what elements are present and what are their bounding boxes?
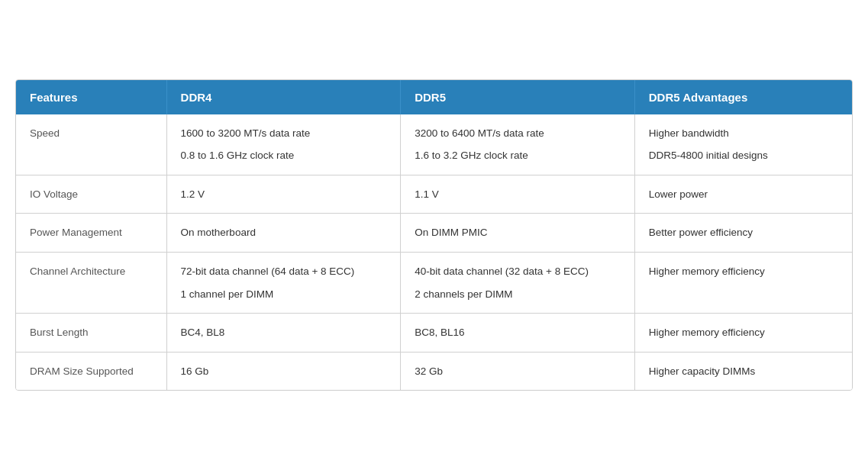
table-row: DRAM Size Supported16 Gb32 GbHigher capa… [16,352,852,390]
comparison-table: Features DDR4 DDR5 DDR5 Advantages Speed… [15,79,853,391]
cell-line: DDR5-4800 initial designs [649,147,838,164]
cell-feature: Power Management [16,214,166,253]
cell-line: 0.8 to 1.6 GHz clock rate [181,147,387,164]
table-row: Burst LengthBC4, BL8BC8, BL16Higher memo… [16,314,852,352]
cell-ddr5: 1.1 V [401,175,635,214]
cell-ddr5: BC8, BL16 [401,314,635,352]
cell-ddr4: On motherboard [166,214,401,253]
cell-line: 1.6 to 3.2 GHz clock rate [415,147,621,164]
cell-line: 72-bit data channel (64 data + 8 ECC) [181,263,387,280]
cell-ddr5: On DIMM PMIC [401,214,635,253]
cell-ddr4: 1.2 V [166,175,401,214]
cell-line: BC8, BL16 [415,324,621,341]
cell-line: 3200 to 6400 MT/s data rate [415,125,621,142]
cell-line: 16 Gb [181,363,387,380]
header-advantages: DDR5 Advantages [634,80,852,114]
cell-feature: Burst Length [16,314,166,352]
cell-line: Higher memory efficiency [649,324,838,341]
cell-line: BC4, BL8 [181,324,387,341]
table-row: Speed1600 to 3200 MT/s data rate0.8 to 1… [16,114,852,175]
header-ddr5: DDR5 [401,80,635,114]
cell-line: 1 channel per DIMM [181,286,387,303]
cell-line: Higher capacity DIMMs [649,363,838,380]
cell-line: Higher memory efficiency [649,263,838,280]
cell-line: Lower power [649,186,838,203]
table-row: IO Voltage1.2 V1.1 VLower power [16,175,852,214]
cell-line: Better power efficiency [649,224,838,241]
cell-advantage: Higher capacity DIMMs [634,352,852,390]
cell-line: 1.1 V [415,186,621,203]
cell-advantage: Higher memory efficiency [634,314,852,352]
cell-line: 1600 to 3200 MT/s data rate [181,125,387,142]
cell-advantage: Higher memory efficiency [634,253,852,314]
table-header-row: Features DDR4 DDR5 DDR5 Advantages [16,80,852,114]
cell-ddr4: BC4, BL8 [166,314,401,352]
cell-ddr4: 1600 to 3200 MT/s data rate0.8 to 1.6 GH… [166,114,401,175]
cell-line: 40-bit data channel (32 data + 8 ECC) [415,263,621,280]
cell-line: 1.2 V [181,186,387,203]
table-row: Channel Architecture72-bit data channel … [16,253,852,314]
cell-line: On motherboard [181,224,387,241]
cell-line: 32 Gb [415,363,621,380]
cell-advantage: Better power efficiency [634,214,852,253]
header-features: Features [16,80,166,114]
cell-line: Higher bandwidth [649,125,838,142]
cell-ddr5: 3200 to 6400 MT/s data rate1.6 to 3.2 GH… [401,114,635,175]
header-ddr4: DDR4 [166,80,401,114]
cell-ddr5: 32 Gb [401,352,635,390]
cell-feature: Channel Architecture [16,253,166,314]
cell-advantage: Higher bandwidthDDR5-4800 initial design… [634,114,852,175]
cell-ddr4: 72-bit data channel (64 data + 8 ECC)1 c… [166,253,401,314]
cell-feature: IO Voltage [16,175,166,214]
table-row: Power ManagementOn motherboardOn DIMM PM… [16,214,852,253]
cell-advantage: Lower power [634,175,852,214]
cell-line: On DIMM PMIC [415,224,621,241]
cell-line: 2 channels per DIMM [415,286,621,303]
cell-ddr5: 40-bit data channel (32 data + 8 ECC)2 c… [401,253,635,314]
cell-feature: DRAM Size Supported [16,352,166,390]
cell-ddr4: 16 Gb [166,352,401,390]
cell-feature: Speed [16,114,166,175]
